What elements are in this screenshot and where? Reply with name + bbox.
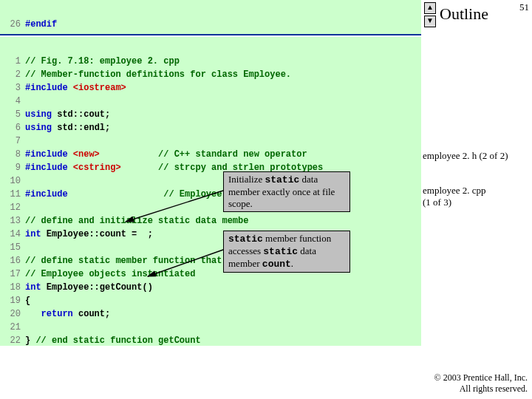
ln: 6 [3, 121, 25, 134]
outline-nav-buttons: ▲ ▼ [424, 2, 436, 29]
code: std::cout; [57, 109, 110, 120]
code: count; [78, 309, 110, 319]
ln: 18 [3, 281, 25, 294]
code: #include [25, 163, 73, 173]
code: Employee::getCount() [47, 282, 153, 293]
ln: 10 [3, 174, 25, 188]
code: Employee::count = ; [47, 229, 153, 239]
ln: 12 [3, 201, 25, 214]
ln: 21 [3, 321, 25, 334]
code-main-pane: 1// Fig. 7.18: employee 2. cpp 2// Membe… [0, 37, 421, 346]
callout-initialize-static: Initialize static data member exactly on… [223, 171, 350, 212]
filename-label-1: employee 2. h (2 of 2) [423, 150, 508, 162]
ln: 7 [3, 134, 25, 148]
text: count [262, 259, 291, 270]
outline-panel: ▲ ▼ Outline 51 employee 2. h (2 of 2) em… [421, 0, 532, 399]
slide: 26#endif 1// Fig. 7.18: employee 2. cpp … [0, 0, 532, 399]
text: static [228, 233, 263, 245]
ln: 9 [3, 161, 25, 174]
code: } [25, 335, 35, 346]
text: . [291, 258, 293, 269]
ln: 8 [3, 148, 25, 161]
code: int [25, 282, 47, 293]
code: // define static member function that re… [25, 256, 248, 266]
code-top-pane: 26#endif [0, 0, 421, 34]
nav-down-button[interactable]: ▼ [424, 16, 436, 27]
ln: 15 [3, 241, 25, 254]
copyright-line1: © 2003 Prentice Hall, Inc. [434, 372, 528, 383]
code: <new> [73, 149, 100, 160]
ln: 16 [3, 254, 25, 267]
code: using [25, 109, 57, 120]
code: #include [25, 83, 73, 93]
ln: 19 [3, 294, 25, 307]
code: // C++ standard new operator [100, 149, 307, 160]
page-number: 51 [519, 1, 529, 13]
callout-static-function: static member function accesses static d… [223, 231, 350, 273]
code: // Fig. 7.18: employee 2. cpp [25, 56, 180, 66]
code: #include [25, 149, 73, 160]
ln: 1 [3, 55, 25, 68]
divider [0, 34, 421, 35]
text: Initialize [228, 174, 265, 185]
ln: 20 [3, 307, 25, 321]
ln: 2 [3, 68, 25, 81]
code: // Employee objects instantiated [25, 269, 195, 279]
ln: 3 [3, 81, 25, 95]
nav-up-button[interactable]: ▲ [424, 2, 436, 14]
code: int [25, 229, 47, 239]
code: <cstring> [73, 163, 121, 173]
ln: 14 [3, 228, 25, 241]
outline-title: Outline [440, 4, 488, 24]
code: using [25, 123, 57, 133]
ln: 11 [3, 188, 25, 201]
ln: 5 [3, 108, 25, 121]
code: return [25, 309, 78, 319]
code: // end static function getCount [35, 335, 200, 346]
filename-label-2: employee 2. cpp [423, 185, 486, 197]
code-endif: #endif [25, 19, 57, 30]
ln: 4 [3, 95, 25, 108]
code: // define and initialize static data mem… [25, 216, 248, 226]
text: static [265, 174, 299, 185]
copyright-line2: All rights reserved. [434, 383, 528, 395]
ln: 17 [3, 267, 25, 281]
code: { [25, 296, 30, 306]
ln: 22 [3, 334, 25, 347]
code: // Member-function definitions for class… [25, 69, 291, 80]
code: <iostream> [73, 83, 126, 93]
filename-label-3: (1 of 3) [423, 197, 451, 208]
code: #include [25, 189, 73, 200]
line-num-26: 26 [3, 18, 25, 31]
code: std::endl; [57, 123, 110, 133]
copyright: © 2003 Prentice Hall, Inc. All rights re… [434, 372, 528, 395]
ln: 13 [3, 214, 25, 228]
text: static [263, 246, 298, 257]
